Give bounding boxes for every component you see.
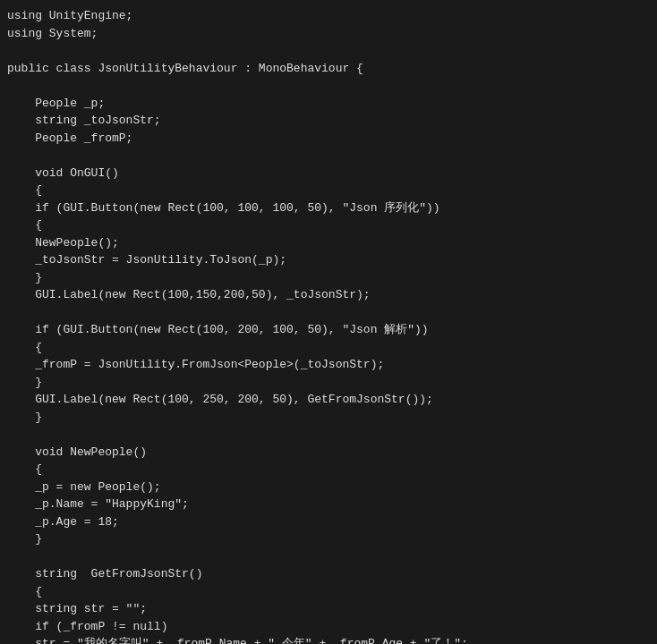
code-line: _fromP = JsonUtility.FromJson<People>(_t… — [0, 356, 657, 374]
code-line — [0, 77, 657, 95]
code-line: string str = ""; — [0, 600, 657, 618]
code-line — [0, 426, 657, 444]
code-line: using System; — [0, 25, 657, 43]
code-line: GUI.Label(new Rect(100, 250, 200, 50), G… — [0, 391, 657, 409]
code-line: } — [0, 269, 657, 287]
code-line: People _p; — [0, 95, 657, 113]
code-line — [0, 147, 657, 165]
code-line: { — [0, 339, 657, 357]
code-line — [0, 548, 657, 566]
code-line: _p.Name = "HappyKing"; — [0, 496, 657, 513]
code-line: { — [0, 216, 657, 234]
code-line: { — [0, 583, 657, 601]
code-line: str = "我的名字叫" + _fromP.Name + ",今年" + _f… — [0, 635, 657, 644]
code-line: using UnityEngine; — [0, 7, 657, 25]
code-line: GUI.Label(new Rect(100,150,200,50), _toJ… — [0, 286, 657, 304]
code-line: } — [0, 409, 657, 427]
code-line: } — [0, 374, 657, 392]
code-line: People _fromP; — [0, 130, 657, 148]
code-line: _p.Age = 18; — [0, 513, 657, 531]
code-line: if (GUI.Button(new Rect(100, 100, 100, 5… — [0, 199, 657, 217]
code-editor: using UnityEngine;using System; public c… — [0, 0, 657, 644]
code-line: } — [0, 530, 657, 548]
code-line — [0, 42, 657, 60]
code-line: { — [0, 461, 657, 479]
code-line: public class JsonUtilityBehaviour : Mono… — [0, 60, 657, 78]
code-line: if (_fromP != null) — [0, 618, 657, 636]
code-line: string _toJsonStr; — [0, 112, 657, 130]
code-line: NewPeople(); — [0, 234, 657, 252]
code-line: _p = new People(); — [0, 479, 657, 496]
code-line: { — [0, 182, 657, 199]
code-line: if (GUI.Button(new Rect(100, 200, 100, 5… — [0, 321, 657, 339]
code-line: _toJsonStr = JsonUtility.ToJson(_p); — [0, 251, 657, 269]
code-line: string GetFromJsonStr() — [0, 565, 657, 583]
code-line: void NewPeople() — [0, 444, 657, 462]
code-line — [0, 304, 657, 322]
code-line: void OnGUI() — [0, 165, 657, 182]
